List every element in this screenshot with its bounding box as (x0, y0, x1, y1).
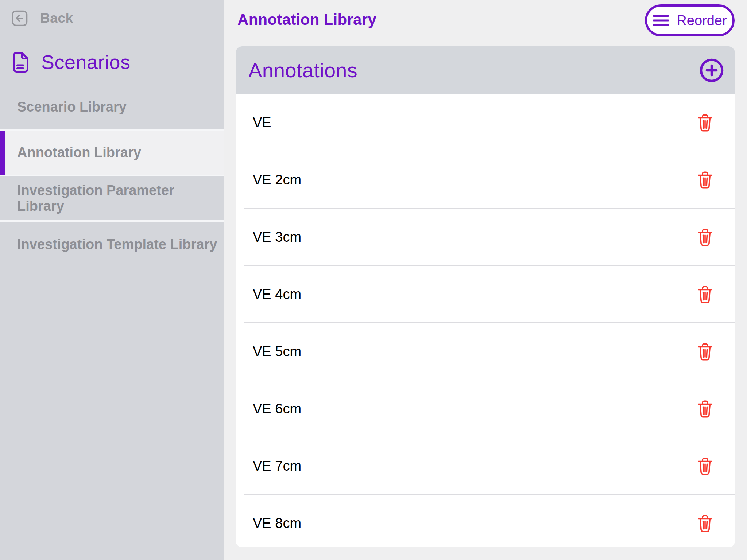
sidebar: Back Scenarios Scenario LibraryAnnotatio… (0, 0, 224, 560)
annotation-label: VE 8cm (253, 516, 301, 531)
sidebar-title-label: Scenarios (41, 51, 131, 73)
sidebar-menu: Scenario LibraryAnnotation LibraryInvest… (0, 85, 224, 267)
back-icon (12, 10, 28, 26)
trash-icon (697, 171, 713, 189)
trash-icon (697, 114, 713, 132)
annotations-panel-header: Annotations (236, 46, 735, 94)
trash-icon (697, 285, 713, 304)
reorder-label: Reorder (677, 13, 727, 28)
annotation-row[interactable]: VE 8cm (236, 495, 735, 547)
sidebar-title: Scenarios (12, 51, 131, 73)
panel-title: Annotations (248, 58, 357, 82)
selected-indicator (0, 131, 5, 175)
trash-icon (697, 343, 713, 361)
delete-annotation-button[interactable] (697, 514, 713, 533)
annotation-label: VE 7cm (253, 458, 301, 474)
annotation-label: VE 2cm (253, 172, 301, 188)
sidebar-item-scenario-library[interactable]: Scenario Library (0, 85, 224, 131)
hamburger-icon (653, 15, 669, 26)
back-button[interactable]: Back (12, 10, 73, 26)
annotation-row[interactable]: VE 6cm (236, 380, 735, 438)
trash-icon (697, 514, 713, 533)
sidebar-item-annotation-library[interactable]: Annotation Library (0, 131, 224, 176)
annotation-row[interactable]: VE 7cm (236, 438, 735, 495)
annotation-row[interactable]: VE (236, 94, 735, 151)
annotation-row[interactable]: VE 5cm (236, 323, 735, 380)
delete-annotation-button[interactable] (697, 457, 713, 475)
annotation-label: VE 5cm (253, 344, 301, 359)
back-label: Back (40, 11, 73, 26)
annotation-label: VE 6cm (253, 401, 301, 417)
sidebar-item-investigation-template-library[interactable]: Investigation Template Library (0, 222, 224, 267)
delete-annotation-button[interactable] (697, 400, 713, 418)
sidebar-item-label: Scenario Library (17, 99, 127, 115)
delete-annotation-button[interactable] (697, 114, 713, 132)
annotation-list: VEVE 2cmVE 3cmVE 4cmVE 5cmVE 6cmVE 7cmVE… (236, 94, 735, 547)
delete-annotation-button[interactable] (697, 285, 713, 304)
plus-circle-icon (699, 58, 724, 83)
annotation-row[interactable]: VE 2cm (236, 151, 735, 209)
reorder-button[interactable]: Reorder (645, 4, 735, 36)
sidebar-item-label: Investigation Parameter Library (17, 183, 224, 214)
annotation-label: VE (253, 115, 271, 131)
annotations-panel: Annotations VEVE 2cmVE 3cmVE 4cmVE 5cmVE (236, 46, 735, 547)
annotation-label: VE 4cm (253, 287, 301, 302)
annotation-label: VE 3cm (253, 229, 301, 245)
delete-annotation-button[interactable] (697, 171, 713, 189)
annotation-row[interactable]: VE 4cm (236, 266, 735, 323)
document-icon (12, 52, 28, 73)
trash-icon (697, 400, 713, 418)
delete-annotation-button[interactable] (697, 228, 713, 246)
sidebar-item-label: Investigation Template Library (17, 237, 217, 252)
trash-icon (697, 228, 713, 246)
app-window: Back Scenarios Scenario LibraryAnnotatio… (0, 0, 747, 560)
delete-annotation-button[interactable] (697, 343, 713, 361)
annotation-row[interactable]: VE 3cm (236, 209, 735, 266)
page-title: Annotation Library (237, 11, 376, 28)
sidebar-item-label: Annotation Library (17, 145, 141, 160)
trash-icon (697, 457, 713, 475)
sidebar-item-investigation-parameter-library[interactable]: Investigation Parameter Library (0, 176, 224, 222)
add-annotation-button[interactable] (699, 58, 724, 83)
